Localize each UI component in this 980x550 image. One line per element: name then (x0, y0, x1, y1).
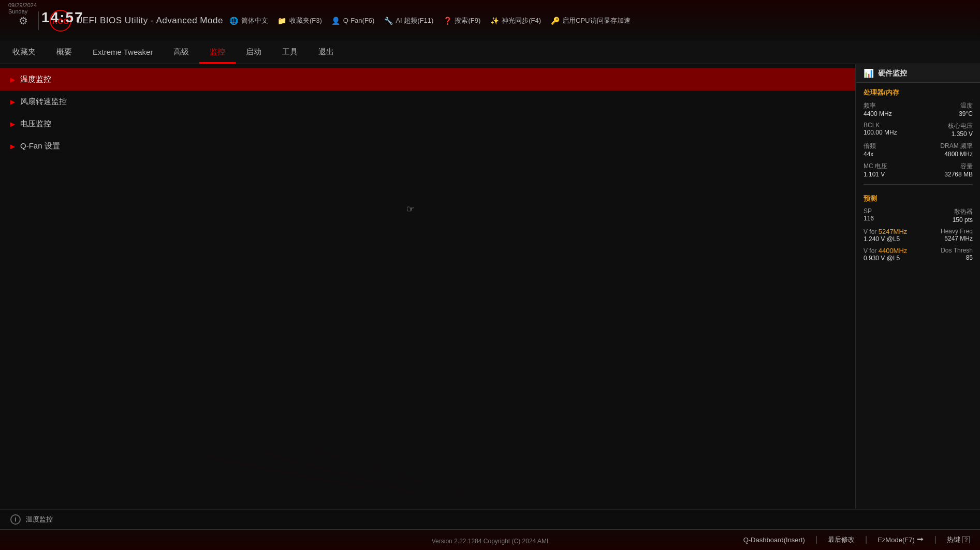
value-dram: 4800 MHz (940, 151, 973, 158)
footer-buttons: Q-Dashboard(Insert) | 最后修改 | EzMode(F7) … (743, 535, 970, 544)
value-dosthresh: 85 (941, 254, 973, 261)
ezmode-icon: ⮕ (917, 536, 924, 544)
arrow-icon-fan: ▶ (10, 98, 15, 106)
status-bar: i 温度监控 (0, 509, 980, 530)
label-sp: SP (864, 207, 874, 215)
nav-extreme[interactable]: Extreme Tweaker (82, 41, 163, 64)
value-v5247: 1.240 V @L5 (864, 235, 907, 243)
sidebar-row-v4400: V for 4400MHz 0.930 V @L5 Dos Thresh 85 (856, 245, 980, 264)
sidebar-row-mc: MC 电压 1.101 V 容量 32768 MB (856, 160, 980, 180)
label-cooler: 散热器 (953, 207, 973, 216)
toolbar-cpu[interactable]: 🔑 启用CPU访问显存加速 (550, 16, 630, 25)
nav-advanced[interactable]: 高级 (163, 41, 199, 64)
section-list: ▶ 温度监控 ▶ 风扇转速监控 ▶ 电压监控 ▶ Q-Fan 设置 (0, 64, 855, 509)
value-cap: 32768 MB (944, 171, 973, 178)
sidebar-header-icon: 📊 (864, 68, 874, 78)
value-vcore: 1.350 V (948, 130, 973, 138)
settings-gear-icon[interactable]: ⚙ (19, 14, 28, 27)
arrow-icon-voltage: ▶ (10, 121, 15, 128)
hotkey-icon: ? (962, 536, 970, 543)
ai-icon: 🔧 (384, 16, 393, 25)
sidebar-title: 硬件监控 (878, 69, 907, 78)
nav-favorites[interactable]: 收藏夹 (2, 41, 46, 64)
toolbar-search[interactable]: ❓ 搜索(F9) (443, 16, 480, 25)
sidebar-row-v5247: V for 5247MHz 1.240 V @L5 Heavy Freq 524… (856, 226, 980, 245)
toolbar-aura[interactable]: ✨ 神光同步(F4) (490, 16, 541, 25)
label-heavyfreq: Heavy Freq (941, 228, 973, 235)
navbar: 收藏夹 概要 Extreme Tweaker 高级 监控 启动 工具 退出 (0, 41, 980, 64)
predict-section-title: 预测 (856, 189, 980, 205)
value-freq: 4400 MHz (864, 110, 892, 117)
highlight-4400: 4400MHz (879, 247, 908, 255)
value-heavyfreq: 5247 MHz (941, 235, 973, 242)
value-sp: 116 (864, 215, 874, 222)
clock-display: 14:57 (41, 9, 84, 26)
sidebar-row-sp: SP 116 散热器 150 pts (856, 205, 980, 226)
info-icon: i (10, 514, 21, 525)
value-bclk: 100.00 MHz (864, 129, 897, 136)
label-dosthresh: Dos Thresh (941, 247, 973, 254)
toolbar: 🌐 简体中文 📁 收藏夹(F3) 👤 Q-Fan(F6) 🔧 AI 超频(F11… (229, 16, 972, 25)
arrow-icon-temp: ▶ (10, 76, 15, 83)
toolbar-language[interactable]: 🌐 简体中文 (229, 16, 268, 25)
language-icon: 🌐 (229, 16, 239, 25)
qfan-icon: 👤 (331, 16, 341, 25)
label-mc: MC 电压 (864, 162, 887, 171)
footer-sep-1: | (815, 535, 817, 544)
footer-bar: Version 2.22.1284 Copyright (C) 2024 AMI… (0, 530, 980, 550)
value-v4400: 0.930 V @L5 (864, 255, 907, 262)
status-text: 温度监控 (26, 515, 53, 524)
sidebar-row-bclk: BCLK 100.00 MHz 核心电压 1.350 V (856, 120, 980, 140)
header-divider (38, 11, 39, 30)
nav-monitor[interactable]: 监控 (199, 41, 236, 64)
section-voltage[interactable]: ▶ 电压监控 (0, 113, 855, 135)
label-temp: 温度 (959, 101, 973, 110)
cpu-icon: 🔑 (550, 16, 560, 25)
nav-exit[interactable]: 退出 (308, 41, 344, 64)
hotkey-btn[interactable]: 热键 ? (947, 535, 970, 544)
highlight-5247: 5247MHz (879, 228, 908, 235)
date-display: 09/29/2024 Sunday (8, 2, 37, 14)
section-temp[interactable]: ▶ 温度监控 (0, 68, 855, 91)
favorites-icon: 📁 (277, 16, 287, 25)
nav-boot[interactable]: 启动 (236, 41, 272, 64)
right-sidebar: 📊 硬件监控 处理器/内存 频率 4400 MHz 温度 39°C BCLK 1… (856, 64, 980, 509)
lastmod-btn[interactable]: 最后修改 (828, 535, 855, 544)
label-v4400: V for 4400MHz (864, 247, 907, 255)
sidebar-row-freq: 频率 4400 MHz 温度 39°C (856, 99, 980, 120)
sidebar-header: 📊 硬件监控 (856, 64, 980, 83)
label-cap: 容量 (944, 162, 973, 171)
toolbar-qfan[interactable]: 👤 Q-Fan(F6) (331, 16, 375, 25)
label-multi: 倍频 (864, 142, 876, 151)
toolbar-ai[interactable]: 🔧 AI 超频(F11) (384, 16, 433, 25)
section-fan[interactable]: ▶ 风扇转速监控 (0, 91, 855, 113)
value-multi: 44x (864, 151, 876, 158)
arrow-icon-qfan: ▶ (10, 143, 15, 150)
content-area: ▶ 温度监控 ▶ 风扇转速监控 ▶ 电压监控 ▶ Q-Fan 设置 (0, 64, 856, 509)
version-text: Version 2.22.1284 Copyright (C) 2024 AMI (432, 538, 548, 545)
sidebar-row-multi: 倍频 44x DRAM 频率 4800 MHz (856, 140, 980, 160)
footer-sep-3: | (934, 535, 937, 544)
footer-sep-2: | (865, 535, 867, 544)
main-layout: ▶ 温度监控 ▶ 风扇转速监控 ▶ 电压监控 ▶ Q-Fan 设置 📊 硬件监控… (0, 64, 980, 509)
cpu-section-title: 处理器/内存 (856, 83, 980, 99)
label-dram: DRAM 频率 (940, 142, 973, 151)
toolbar-favorites[interactable]: 📁 收藏夹(F3) (277, 16, 322, 25)
value-temp: 39°C (959, 110, 973, 117)
window-title: UEFI BIOS Utility - Advanced Mode (76, 16, 223, 26)
section-qfan[interactable]: ▶ Q-Fan 设置 (0, 135, 855, 157)
qdashboard-btn[interactable]: Q-Dashboard(Insert) (743, 535, 805, 544)
search-icon: ❓ (443, 16, 452, 25)
bottom-bar: i 温度监控 Version 2.22.1284 Copyright (C) 2… (0, 509, 980, 550)
nav-tools[interactable]: 工具 (272, 41, 308, 64)
header: 09/29/2024 Sunday 14:57 ⚙ ROG UEFI BIOS … (0, 0, 980, 41)
ezmode-btn[interactable]: EzMode(F7) ⮕ (877, 535, 924, 544)
value-mc: 1.101 V (864, 171, 887, 178)
label-v5247: V for 5247MHz (864, 228, 907, 235)
label-bclk: BCLK (864, 122, 897, 129)
sidebar-divider (864, 184, 973, 185)
label-freq: 频率 (864, 101, 892, 110)
aura-icon: ✨ (490, 16, 499, 25)
nav-overview[interactable]: 概要 (46, 41, 82, 64)
label-vcore: 核心电压 (948, 122, 973, 130)
